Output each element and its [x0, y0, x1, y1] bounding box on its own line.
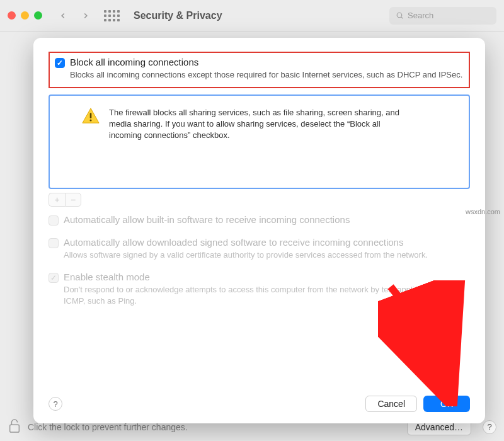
warning-icon	[81, 107, 100, 127]
signed-label: Automatically allow downloaded signed so…	[64, 237, 403, 248]
remove-button[interactable]: −	[65, 193, 81, 207]
search-placeholder: Search	[408, 11, 433, 20]
window-title: Security & Privacy	[134, 10, 383, 21]
stealth-desc: Don't respond to or acknowledge attempts…	[64, 284, 470, 306]
search-input[interactable]: Search	[389, 7, 496, 25]
option-stealth: ✓ Enable stealth mode Don't respond to o…	[49, 272, 470, 306]
sheet-footer: ? Cancel OK	[49, 396, 470, 412]
svg-point-4	[89, 119, 91, 121]
watermark: wsxdn.com	[466, 208, 500, 215]
block-all-checkbox[interactable]	[55, 58, 65, 68]
block-all-label: Block all incoming connections	[70, 57, 198, 67]
minimize-window-icon[interactable]	[21, 11, 29, 20]
add-button[interactable]: +	[49, 193, 65, 207]
stealth-label: Enable stealth mode	[64, 272, 150, 282]
option-signed: Automatically allow downloaded signed so…	[49, 237, 470, 261]
svg-rect-3	[90, 113, 92, 118]
stealth-checkbox: ✓	[49, 273, 59, 283]
nav-forward-button[interactable]	[77, 8, 94, 24]
firewall-info-box: The firewall blocks all sharing services…	[49, 94, 470, 189]
traffic-lights	[8, 11, 42, 20]
maximize-window-icon[interactable]	[34, 11, 42, 20]
show-all-icon[interactable]	[104, 10, 120, 21]
help-button[interactable]: ?	[49, 397, 62, 411]
ok-button[interactable]: OK	[423, 396, 470, 412]
nav-back-button[interactable]	[55, 8, 71, 24]
svg-rect-2	[10, 425, 20, 432]
builtin-label: Automatically allow built-in software to…	[64, 214, 350, 225]
svg-line-1	[401, 17, 403, 18]
cancel-button[interactable]: Cancel	[365, 396, 417, 412]
firewall-options-sheet: Block all incoming connections Blocks al…	[33, 38, 485, 423]
add-remove-buttons: + −	[49, 193, 470, 207]
lock-icon[interactable]	[8, 418, 21, 436]
window-toolbar: Security & Privacy Search	[0, 0, 504, 32]
option-builtin: Automatically allow built-in software to…	[49, 214, 470, 226]
search-icon	[396, 11, 404, 20]
builtin-checkbox	[49, 215, 59, 226]
firewall-info-text: The firewall blocks all sharing services…	[109, 107, 411, 142]
block-all-section: Block all incoming connections Blocks al…	[49, 52, 470, 88]
close-window-icon[interactable]	[8, 11, 16, 20]
signed-desc: Allows software signed by a valid certif…	[64, 249, 470, 261]
svg-point-0	[397, 13, 402, 18]
signed-checkbox	[49, 238, 59, 248]
bg-help-button[interactable]: ?	[483, 420, 496, 434]
block-all-desc: Blocks all incoming connections except t…	[70, 69, 464, 81]
